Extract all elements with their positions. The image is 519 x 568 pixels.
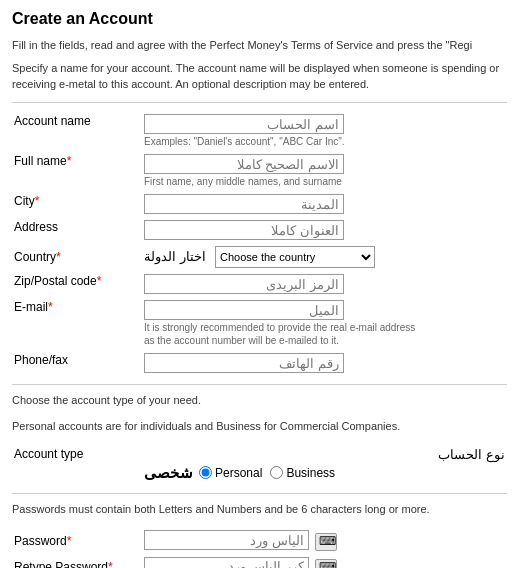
account-name-row: Account name Examples: "Daniel's account… (12, 111, 507, 151)
email-row: E-mail* It is strongly recommended to pr… (12, 297, 507, 350)
intro-text: Fill in the fields, read and agree with … (12, 38, 507, 53)
zip-input[interactable] (144, 274, 344, 294)
section-description: Specify a name for your account. The acc… (12, 61, 507, 92)
account-type-table: Account type نوع الحساب شخصى Personal Bu… (12, 444, 507, 485)
country-row: Country* اختار الدولة Choose the country (12, 243, 507, 271)
country-cell: اختار الدولة Choose the country (142, 243, 507, 271)
divider-top (12, 102, 507, 103)
zip-label: Zip/Postal code* (12, 271, 142, 297)
personal-label: Personal (215, 466, 262, 480)
password-table: Password* Retype Password* (12, 527, 507, 568)
account-type-label: Account type (12, 444, 142, 485)
password-input[interactable] (144, 530, 309, 550)
password-required: * (67, 534, 72, 548)
city-row: City* (12, 191, 507, 217)
account-name-hint: Examples: "Daniel's account", "ABC Car I… (144, 135, 424, 148)
zip-row: Zip/Postal code* (12, 271, 507, 297)
phone-cell (142, 350, 507, 376)
personal-radio-label[interactable]: Personal (199, 466, 262, 480)
account-type-cell: نوع الحساب شخصى Personal Business (142, 444, 507, 485)
country-rtl-label: اختار الدولة (144, 249, 206, 264)
full-name-label: Full name* (12, 151, 142, 191)
email-input[interactable] (144, 300, 344, 320)
country-select[interactable]: Choose the country (215, 246, 375, 268)
email-hint: It is strongly recommended to provide th… (144, 321, 424, 347)
email-required: * (48, 300, 53, 314)
account-type-radio-group: Personal Business (199, 466, 335, 480)
zip-required: * (97, 274, 102, 288)
city-input[interactable] (144, 194, 344, 214)
account-type-label-area: نوع الحساب شخصى Personal Business (144, 447, 505, 482)
account-name-input[interactable] (144, 114, 344, 134)
registration-form: Account name Examples: "Daniel's account… (12, 111, 507, 376)
full-name-input[interactable] (144, 154, 344, 174)
country-label: Country* (12, 243, 142, 271)
full-name-hint: First name, any middle names, and surnam… (144, 175, 424, 188)
phone-input[interactable] (144, 353, 344, 373)
email-cell: It is strongly recommended to provide th… (142, 297, 507, 350)
page-title: Create an Account (12, 10, 507, 28)
phone-label: Phone/fax (12, 350, 142, 376)
full-name-required: * (67, 154, 72, 168)
city-cell (142, 191, 507, 217)
account-type-description: Personal accounts are for individuals an… (12, 419, 507, 434)
retype-password-label: Retype Password* (12, 554, 142, 568)
full-name-row: Full name* First name, any middle names,… (12, 151, 507, 191)
account-type-rtl-label: نوع الحساب (144, 447, 505, 462)
account-type-rtl-label2: شخصى (144, 464, 193, 482)
email-label: E-mail* (12, 297, 142, 350)
retype-required: * (108, 560, 113, 568)
password-row: Password* (12, 527, 507, 553)
business-label: Business (286, 466, 335, 480)
business-radio[interactable] (270, 466, 283, 479)
password-keyboard-icon[interactable] (315, 533, 337, 551)
password-hint: Passwords must contain both Letters and … (12, 502, 507, 517)
account-type-intro: Choose the account type of your need. (12, 393, 507, 408)
city-label: City* (12, 191, 142, 217)
retype-password-cell (142, 554, 507, 568)
phone-row: Phone/fax (12, 350, 507, 376)
retype-password-row: Retype Password* (12, 554, 507, 568)
address-cell (142, 217, 507, 243)
divider-mid (12, 384, 507, 385)
personal-radio[interactable] (199, 466, 212, 479)
address-input[interactable] (144, 220, 344, 240)
address-row: Address (12, 217, 507, 243)
city-required: * (35, 194, 40, 208)
business-radio-label[interactable]: Business (270, 466, 335, 480)
divider-password (12, 493, 507, 494)
account-type-row: Account type نوع الحساب شخصى Personal Bu… (12, 444, 507, 485)
retype-keyboard-icon[interactable] (315, 559, 337, 568)
address-label: Address (12, 217, 142, 243)
retype-password-input[interactable] (144, 557, 309, 568)
account-name-label: Account name (12, 111, 142, 151)
full-name-cell: First name, any middle names, and surnam… (142, 151, 507, 191)
password-cell (142, 527, 507, 553)
account-name-cell: Examples: "Daniel's account", "ABC Car I… (142, 111, 507, 151)
password-label: Password* (12, 527, 142, 553)
country-required: * (56, 250, 61, 264)
zip-cell (142, 271, 507, 297)
